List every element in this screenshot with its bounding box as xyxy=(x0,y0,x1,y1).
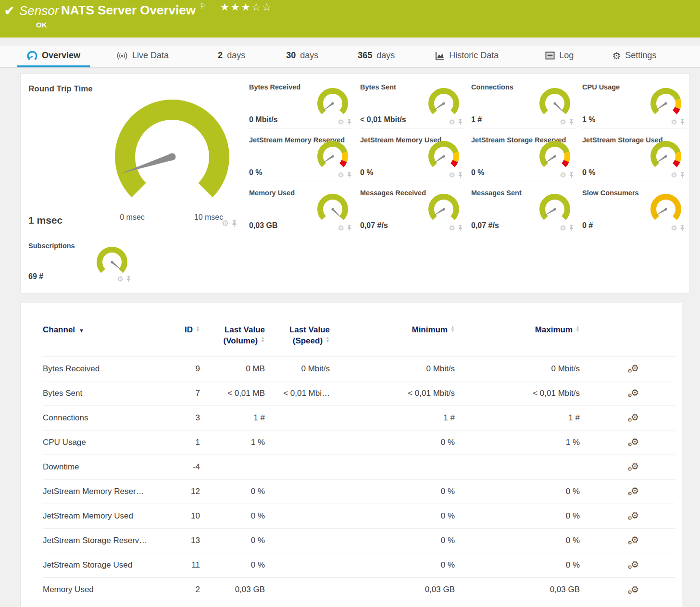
tab-2-days[interactable]: 2 days xyxy=(208,46,255,67)
gauge-title: Memory Used xyxy=(249,189,295,197)
cell-maximum: 1 # xyxy=(455,405,580,430)
column-header-id[interactable]: ID▲▼ xyxy=(158,325,200,356)
gear-icon[interactable]: ⚙ xyxy=(338,224,344,231)
cell-last-value-volume: < 0,01 MB xyxy=(200,381,265,405)
gauge-icon xyxy=(27,51,38,61)
pin-icon[interactable] xyxy=(347,119,352,126)
priority-stars[interactable]: ★★★☆☆ xyxy=(220,1,273,13)
channel-settings-icon[interactable]: ⚙ xyxy=(631,486,639,495)
tab-365-days[interactable]: 365 days xyxy=(348,46,404,67)
pin-icon[interactable] xyxy=(680,119,685,126)
channel-settings-icon[interactable]: ⚙ xyxy=(631,535,639,544)
cell-last-value-speed xyxy=(265,528,330,553)
round-trip-time-value: 1 msec xyxy=(28,215,62,226)
round-trip-time-gauge xyxy=(95,80,249,236)
cell-minimum: < 0,01 Mbit/s xyxy=(330,381,455,405)
channel-settings-icon[interactable]: ⚙ xyxy=(631,437,639,446)
channels-table-wrap: Channel▼ ID▲▼ Last Value(Volume)▲▼ Last … xyxy=(21,303,682,602)
gear-icon[interactable]: ⚙ xyxy=(449,118,455,126)
cell-id: 12 xyxy=(158,479,200,504)
stars-empty[interactable]: ☆☆ xyxy=(251,1,273,13)
gear-icon[interactable]: ⚙ xyxy=(449,171,455,178)
column-header-last-value-volume[interactable]: Last Value(Volume)▲▼ xyxy=(200,325,265,356)
column-label: Last Value xyxy=(225,325,265,334)
cell-last-value-speed xyxy=(265,405,330,430)
gauge-dial xyxy=(426,86,461,123)
gear-icon[interactable]: ⚙ xyxy=(671,224,677,231)
tab-30-days[interactable]: 30 days xyxy=(276,46,328,67)
pin-icon[interactable] xyxy=(569,225,574,231)
cell-id: 2 xyxy=(158,577,200,602)
tab-live-data[interactable]: Live Data xyxy=(107,46,178,67)
gauge-value: 0 % xyxy=(582,168,596,177)
column-label: (Volume) xyxy=(224,336,258,345)
gear-icon[interactable]: ⚙ xyxy=(560,171,566,178)
channel-settings-icon[interactable]: ⚙ xyxy=(631,462,639,471)
gear-icon[interactable]: ⚙ xyxy=(449,224,455,231)
cell-last-value-speed xyxy=(265,479,330,504)
gauge-value: 0 # xyxy=(582,221,593,230)
gear-icon[interactable]: ⚙ xyxy=(671,171,677,178)
sort-icon: ▲▼ xyxy=(450,327,455,334)
channel-settings-icon[interactable]: ⚙ xyxy=(631,585,639,594)
channel-settings-icon[interactable]: ⚙ xyxy=(631,388,639,397)
pin-icon[interactable] xyxy=(347,225,352,231)
broadcast-icon xyxy=(116,51,128,60)
gauge-card-bytes-received: Bytes Received 0 Mbit/s ⚙ xyxy=(249,82,353,128)
gear-icon[interactable]: ⚙ xyxy=(338,118,344,126)
channel-settings-icon[interactable]: ⚙ xyxy=(631,560,639,569)
cell-last-value-speed xyxy=(265,430,330,455)
tab-log[interactable]: Log xyxy=(536,46,583,67)
gauge-card-jetstream-memory-reserved: JetStream Memory Reserved 0 % ⚙ xyxy=(249,135,353,181)
pin-icon[interactable] xyxy=(680,172,685,178)
cell-actions: ⚙ xyxy=(580,405,675,430)
cell-maximum: 0 % xyxy=(455,528,580,553)
gear-icon[interactable]: ⚙ xyxy=(560,224,566,231)
stars-filled[interactable]: ★★★ xyxy=(220,1,251,13)
tab-settings[interactable]: ⚙ Settings xyxy=(602,46,666,67)
cell-minimum: 1 # xyxy=(330,405,455,430)
tab-label: days xyxy=(376,51,395,61)
cell-channel[interactable]: Downtime xyxy=(43,455,158,479)
gear-icon[interactable]: ⚙ xyxy=(222,219,229,228)
pin-icon[interactable] xyxy=(569,172,574,178)
channel-settings-icon[interactable]: ⚙ xyxy=(631,511,639,520)
cell-maximum: < 0,01 Mbit/s xyxy=(455,381,580,405)
column-header-actions xyxy=(580,325,675,356)
channel-settings-icon[interactable]: ⚙ xyxy=(631,413,639,422)
gear-icon[interactable]: ⚙ xyxy=(117,275,124,282)
channel-settings-icon[interactable]: ⚙ xyxy=(631,364,639,373)
pin-icon[interactable] xyxy=(680,225,685,231)
tab-historic-data[interactable]: Historic Data xyxy=(425,46,508,67)
gauge-card-cpu-usage: CPU Usage 1 % ⚙ xyxy=(582,82,687,128)
pin-icon[interactable] xyxy=(458,225,463,231)
column-header-minimum[interactable]: Minimum▲▼ xyxy=(330,325,455,356)
column-header-maximum[interactable]: Maximum▲▼ xyxy=(455,325,580,356)
cell-channel[interactable]: CPU Usage xyxy=(43,430,158,455)
cell-channel[interactable]: Bytes Received xyxy=(43,356,158,381)
pin-icon[interactable] xyxy=(347,172,352,178)
pin-icon[interactable] xyxy=(569,119,574,126)
cell-channel[interactable]: JetStream Memory Reser… xyxy=(43,479,158,504)
cell-channel[interactable]: JetStream Memory Used xyxy=(43,504,158,528)
cell-channel[interactable]: Bytes Sent xyxy=(43,381,158,405)
flag-icon[interactable]: ⚐ xyxy=(200,1,206,11)
pin-icon[interactable] xyxy=(231,220,238,228)
pin-icon[interactable] xyxy=(458,172,463,178)
column-header-last-value-speed[interactable]: Last Value(Speed)▲▼ xyxy=(265,325,330,356)
gauge-value: 0 % xyxy=(360,168,374,177)
gear-icon[interactable]: ⚙ xyxy=(560,118,566,126)
gear-icon[interactable]: ⚙ xyxy=(671,118,677,126)
gear-icon[interactable]: ⚙ xyxy=(338,171,344,178)
cell-channel[interactable]: Memory Used xyxy=(43,577,158,602)
pin-icon[interactable] xyxy=(458,119,463,126)
cell-channel[interactable]: JetStream Storage Reserv… xyxy=(43,528,158,553)
gauge-actions: ⚙ xyxy=(671,224,685,231)
gauge-actions: ⚙ xyxy=(449,118,463,126)
pin-icon[interactable] xyxy=(126,276,131,282)
cell-channel[interactable]: JetStream Storage Used xyxy=(43,553,158,577)
gauge-card-memory-used: Memory Used 0,03 GB ⚙ xyxy=(249,188,353,234)
column-header-channel[interactable]: Channel▼ xyxy=(43,325,158,356)
cell-channel[interactable]: Connections xyxy=(43,405,158,430)
tab-overview[interactable]: Overview xyxy=(17,46,90,67)
